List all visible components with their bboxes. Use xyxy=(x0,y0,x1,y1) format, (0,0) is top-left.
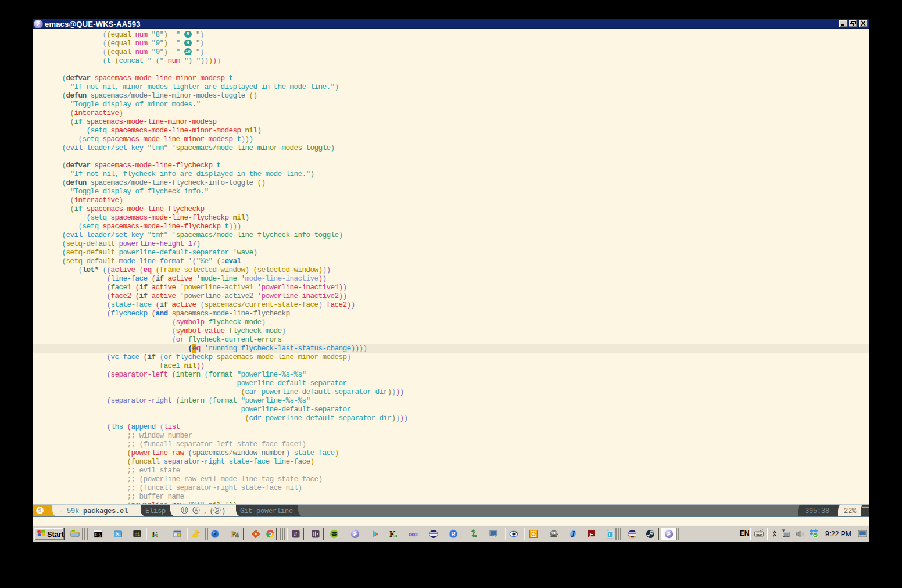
svg-text:4: 4 xyxy=(235,530,239,539)
svg-text:A: A xyxy=(195,507,198,513)
svg-text:(: ( xyxy=(210,507,214,515)
svg-text:packages.el: packages.el xyxy=(83,507,128,515)
svg-text:Elisp: Elisp xyxy=(145,507,166,515)
svg-text:O: O xyxy=(531,530,535,537)
svg-text:E: E xyxy=(590,531,593,537)
svg-text:Git-powerline: Git-powerline xyxy=(240,507,293,515)
svg-text:): ) xyxy=(221,507,226,515)
svg-text:im: im xyxy=(393,535,396,537)
svg-text:#: # xyxy=(293,530,297,537)
svg-text:R: R xyxy=(451,530,456,537)
svg-text:J: J xyxy=(571,530,576,539)
svg-text:H: H xyxy=(182,507,186,513)
svg-text:22%: 22% xyxy=(844,507,857,515)
svg-text:S: S xyxy=(216,507,219,513)
svg-text:- 59k: - 59k xyxy=(59,507,79,515)
svg-text:,: , xyxy=(203,507,207,515)
svg-text:395:38: 395:38 xyxy=(805,507,829,515)
svg-text:E: E xyxy=(152,530,158,539)
svg-text:1: 1 xyxy=(38,507,41,514)
svg-text:∞: ∞ xyxy=(413,529,419,539)
svg-text:L: L xyxy=(608,532,611,537)
